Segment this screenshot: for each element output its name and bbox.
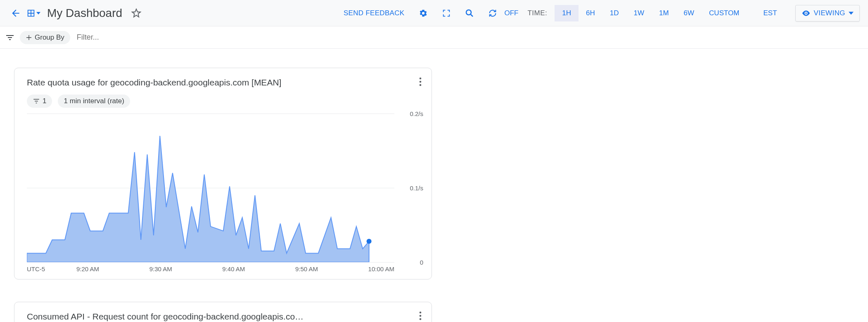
group-by-chip[interactable]: Group By	[20, 31, 70, 44]
chart-card-request-count: Consumed API - Request count for geocodi…	[14, 302, 432, 322]
x-tick-label: 9:30 AM	[149, 265, 172, 272]
timezone-btn[interactable]: EST	[756, 5, 784, 21]
time-btn-1h[interactable]: 1H	[555, 5, 579, 21]
card-title: Rate quota usage for geocoding-backend.g…	[27, 78, 281, 88]
viewing-mode-dropdown[interactable]: VIEWING	[795, 5, 860, 21]
time-btn-6w[interactable]: 6W	[676, 5, 702, 21]
svg-point-1	[420, 78, 422, 80]
group-by-label: Group By	[35, 33, 64, 42]
plus-icon	[26, 34, 32, 41]
eye-icon	[802, 9, 811, 18]
x-tick-label: 9:40 AM	[222, 265, 245, 272]
dashboard-type-dropdown[interactable]	[26, 9, 40, 18]
filter-count-chip[interactable]: 1	[27, 95, 52, 108]
svg-point-3	[420, 84, 422, 86]
chart-rate-quota[interactable]: 00.1/s0.2/s	[14, 114, 432, 262]
time-btn-1w[interactable]: 1W	[626, 5, 652, 21]
star-icon[interactable]	[129, 6, 144, 21]
y-tick-label: 0.1/s	[410, 185, 423, 192]
filter-lines-icon	[33, 98, 40, 104]
dashboard-cards: Rate quota usage for geocoding-backend.g…	[0, 49, 868, 322]
filter-input[interactable]	[74, 31, 864, 44]
chart-card-rate-quota: Rate quota usage for geocoding-backend.g…	[14, 68, 432, 279]
x-tick-label: 10:00 AM	[368, 265, 394, 272]
viewing-label: VIEWING	[814, 9, 845, 17]
interval-label: 1 min interval (rate)	[64, 97, 124, 105]
time-range-buttons: 1H 6H 1D 1W 1M 6W CUSTOM	[555, 5, 747, 21]
y-tick-label: 0.2/s	[410, 110, 423, 117]
x-tick-label: 9:50 AM	[295, 265, 318, 272]
send-feedback-button[interactable]: SEND FEEDBACK	[338, 9, 410, 17]
svg-point-4	[367, 239, 372, 244]
x-axis: UTC-5 9:20 AM9:30 AM9:40 AM9:50 AM10:00 …	[14, 262, 432, 272]
svg-point-5	[420, 312, 422, 314]
interval-chip[interactable]: 1 min interval (rate)	[58, 95, 130, 108]
filter-row: Group By	[0, 26, 868, 49]
time-btn-custom[interactable]: CUSTOM	[702, 5, 747, 21]
filter-icon[interactable]	[4, 32, 16, 43]
chevron-down-icon	[849, 12, 854, 15]
gear-icon[interactable]	[416, 6, 431, 21]
search-icon[interactable]	[462, 6, 477, 21]
x-tick-label: 9:20 AM	[76, 265, 99, 272]
svg-point-7	[420, 318, 422, 320]
refresh-icon[interactable]	[485, 6, 500, 21]
more-icon[interactable]	[419, 77, 422, 88]
fullscreen-icon[interactable]	[439, 6, 454, 21]
time-label: TIME:	[527, 9, 547, 17]
refresh-off-label[interactable]: OFF	[504, 9, 518, 17]
time-btn-1d[interactable]: 1D	[602, 5, 626, 21]
more-icon[interactable]	[419, 311, 422, 322]
time-btn-6h[interactable]: 6H	[579, 5, 602, 21]
y-tick-label: 0	[420, 259, 423, 266]
filter-count-label: 1	[43, 97, 46, 105]
svg-point-6	[420, 315, 422, 317]
timezone-label: UTC-5	[27, 265, 76, 272]
back-arrow-icon[interactable]	[8, 6, 23, 21]
svg-point-0	[466, 10, 471, 15]
time-btn-1m[interactable]: 1M	[652, 5, 676, 21]
card-title: Consumed API - Request count for geocodi…	[27, 312, 304, 322]
toolbar: My Dashboard SEND FEEDBACK OFF TIME: 1H …	[0, 0, 868, 26]
page-title: My Dashboard	[47, 7, 122, 20]
svg-point-2	[420, 81, 422, 83]
